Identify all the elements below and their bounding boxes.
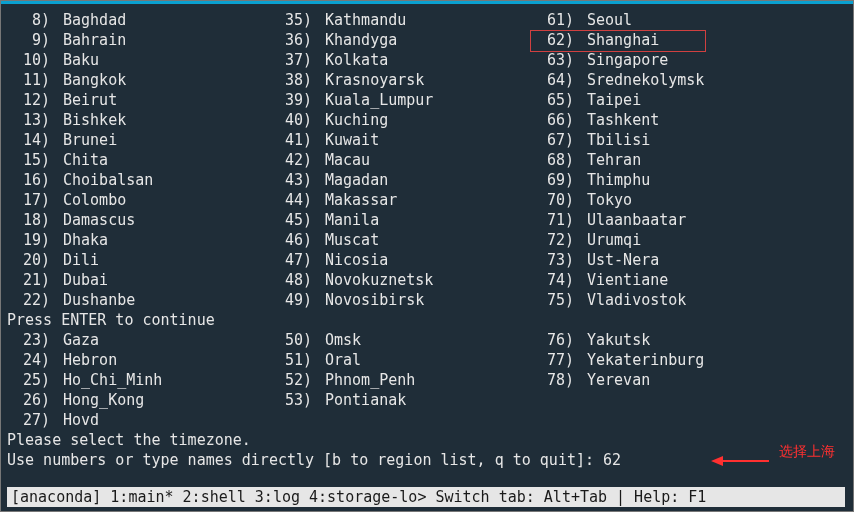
tz-number: 45 xyxy=(269,210,303,230)
tz-option-26[interactable]: 26)Hong_Kong xyxy=(7,390,269,410)
tz-option-74[interactable]: 74)Vientiane xyxy=(531,270,793,290)
tz-number: 44 xyxy=(269,190,303,210)
tz-option-18[interactable]: 18)Damascus xyxy=(7,210,269,230)
paren: ) xyxy=(41,110,55,130)
tz-option-35[interactable]: 35)Kathmandu xyxy=(269,10,531,30)
paren: ) xyxy=(565,330,579,350)
tz-option-38[interactable]: 38)Krasnoyarsk xyxy=(269,70,531,90)
tz-option-49[interactable]: 49)Novosibirsk xyxy=(269,290,531,310)
tz-option-20[interactable]: 20)Dili xyxy=(7,250,269,270)
tz-number: 8 xyxy=(7,10,41,30)
tz-option-77[interactable]: 77)Yekaterinburg xyxy=(531,350,793,370)
tz-option-50[interactable]: 50)Omsk xyxy=(269,330,531,350)
tz-name: Kolkata xyxy=(325,50,388,70)
tz-option-66[interactable]: 66)Tashkent xyxy=(531,110,793,130)
tz-option-13[interactable]: 13)Bishkek xyxy=(7,110,269,130)
tz-number: 53 xyxy=(269,390,303,410)
tz-number: 77 xyxy=(531,350,565,370)
tz-option-27[interactable]: 27)Hovd xyxy=(7,410,269,430)
tz-option-75[interactable]: 75)Vladivostok xyxy=(531,290,793,310)
tz-option-61[interactable]: 61)Seoul xyxy=(531,10,793,30)
tz-option-73[interactable]: 73)Ust-Nera xyxy=(531,250,793,270)
tz-number: 27 xyxy=(7,410,41,430)
tz-number: 63 xyxy=(531,50,565,70)
tz-option-72[interactable]: 72)Urumqi xyxy=(531,230,793,250)
tz-option-14[interactable]: 14)Brunei xyxy=(7,130,269,150)
tz-option-47[interactable]: 47)Nicosia xyxy=(269,250,531,270)
tz-option-24[interactable]: 24)Hebron xyxy=(7,350,269,370)
tz-option-37[interactable]: 37)Kolkata xyxy=(269,50,531,70)
paren: ) xyxy=(565,210,579,230)
tz-name: Novokuznetsk xyxy=(325,270,433,290)
tz-option-36[interactable]: 36)Khandyga xyxy=(269,30,531,50)
tz-option-21[interactable]: 21)Dubai xyxy=(7,270,269,290)
tz-option-76[interactable]: 76)Yakutsk xyxy=(531,330,793,350)
tz-option-17[interactable]: 17)Colombo xyxy=(7,190,269,210)
tz-option-42[interactable]: 42)Macau xyxy=(269,150,531,170)
tz-option-63[interactable]: 63)Singapore xyxy=(531,50,793,70)
tz-option-65[interactable]: 65)Taipei xyxy=(531,90,793,110)
paren: ) xyxy=(41,210,55,230)
paren: ) xyxy=(41,410,55,430)
tz-name: Srednekolymsk xyxy=(587,70,704,90)
terminal-output[interactable]: 8)Baghdad35)Kathmandu61)Seoul9)Bahrain36… xyxy=(1,4,853,470)
tz-option-78[interactable]: 78)Yerevan xyxy=(531,370,793,390)
tz-option-51[interactable]: 51)Oral xyxy=(269,350,531,370)
tz-number: 72 xyxy=(531,230,565,250)
tz-option-19[interactable]: 19)Dhaka xyxy=(7,230,269,250)
tz-option-8[interactable]: 8)Baghdad xyxy=(7,10,269,30)
tz-number: 50 xyxy=(269,330,303,350)
tz-option-67[interactable]: 67)Tbilisi xyxy=(531,130,793,150)
tz-name: Makassar xyxy=(325,190,397,210)
paren: ) xyxy=(303,230,317,250)
tz-name: Brunei xyxy=(63,130,117,150)
tz-name: Vladivostok xyxy=(587,290,686,310)
tz-option-44[interactable]: 44)Makassar xyxy=(269,190,531,210)
tz-option-45[interactable]: 45)Manila xyxy=(269,210,531,230)
tz-option-53[interactable]: 53)Pontianak xyxy=(269,390,531,410)
tz-name: Choibalsan xyxy=(63,170,153,190)
tz-name: Hong_Kong xyxy=(63,390,144,410)
tz-option-71[interactable]: 71)Ulaanbaatar xyxy=(531,210,793,230)
tz-option-11[interactable]: 11)Bangkok xyxy=(7,70,269,90)
tz-option-12[interactable]: 12)Beirut xyxy=(7,90,269,110)
tz-option-43[interactable]: 43)Magadan xyxy=(269,170,531,190)
terminal-window: 8)Baghdad35)Kathmandu61)Seoul9)Bahrain36… xyxy=(0,0,854,512)
paren: ) xyxy=(565,370,579,390)
tz-option-15[interactable]: 15)Chita xyxy=(7,150,269,170)
tz-name: Yakutsk xyxy=(587,330,650,350)
tz-number: 47 xyxy=(269,250,303,270)
tz-option-22[interactable]: 22)Dushanbe xyxy=(7,290,269,310)
tz-option-9[interactable]: 9)Bahrain xyxy=(7,30,269,50)
paren: ) xyxy=(303,30,317,50)
tz-number: 13 xyxy=(7,110,41,130)
paren: ) xyxy=(565,50,579,70)
tz-number: 43 xyxy=(269,170,303,190)
paren: ) xyxy=(303,150,317,170)
tz-option-16[interactable]: 16)Choibalsan xyxy=(7,170,269,190)
tz-option-64[interactable]: 64)Srednekolymsk xyxy=(531,70,793,90)
tz-option-52[interactable]: 52)Phnom_Penh xyxy=(269,370,531,390)
paren: ) xyxy=(303,110,317,130)
tz-option-46[interactable]: 46)Muscat xyxy=(269,230,531,250)
tz-name: Baghdad xyxy=(63,10,126,30)
paren: ) xyxy=(303,270,317,290)
tz-name: Urumqi xyxy=(587,230,641,250)
tz-option-48[interactable]: 48)Novokuznetsk xyxy=(269,270,531,290)
input-value[interactable]: 62 xyxy=(603,451,621,469)
tz-option-41[interactable]: 41)Kuwait xyxy=(269,130,531,150)
tz-option-10[interactable]: 10)Baku xyxy=(7,50,269,70)
tz-name: Yekaterinburg xyxy=(587,350,704,370)
paren: ) xyxy=(565,10,579,30)
paren: ) xyxy=(41,350,55,370)
paren: ) xyxy=(303,90,317,110)
tz-option-25[interactable]: 25)Ho_Chi_Minh xyxy=(7,370,269,390)
tz-option-39[interactable]: 39)Kuala_Lumpur xyxy=(269,90,531,110)
tz-option-40[interactable]: 40)Kuching xyxy=(269,110,531,130)
tz-option-23[interactable]: 23)Gaza xyxy=(7,330,269,350)
tz-option-70[interactable]: 70)Tokyo xyxy=(531,190,793,210)
tz-option-68[interactable]: 68)Tehran xyxy=(531,150,793,170)
tz-name: Tbilisi xyxy=(587,130,650,150)
tz-number: 17 xyxy=(7,190,41,210)
tz-option-69[interactable]: 69)Thimphu xyxy=(531,170,793,190)
